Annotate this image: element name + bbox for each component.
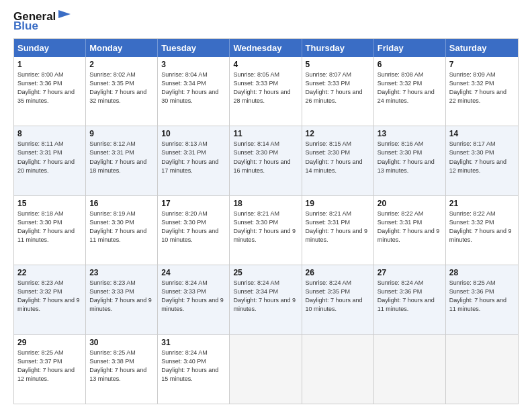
page: General Blue SundayMondayTuesdayWednesda…: [0, 0, 532, 411]
header: General Blue: [13, 10, 519, 33]
calendar-header-cell: Tuesday: [158, 39, 230, 57]
calendar-cell: 18Sunrise: 8:21 AMSunset: 3:30 PMDayligh…: [230, 196, 302, 265]
day-number: 9: [89, 129, 154, 138]
calendar-header-cell: Sunday: [14, 39, 86, 57]
calendar-cell: 11Sunrise: 8:14 AMSunset: 3:30 PMDayligh…: [230, 126, 302, 195]
calendar-cell: 28Sunrise: 8:25 AMSunset: 3:36 PMDayligh…: [446, 265, 518, 334]
day-number: 11: [233, 129, 298, 138]
day-number: 7: [449, 60, 515, 69]
calendar-header-cell: Saturday: [446, 39, 518, 57]
cell-info: Sunrise: 8:16 AMSunset: 3:30 PMDaylight:…: [378, 140, 442, 175]
cell-info: Sunrise: 8:11 AMSunset: 3:31 PMDaylight:…: [17, 140, 82, 175]
cell-info: Sunrise: 8:14 AMSunset: 3:30 PMDaylight:…: [233, 140, 298, 175]
cell-info: Sunrise: 8:24 AMSunset: 3:34 PMDaylight:…: [233, 279, 298, 314]
logo-blue-text: Blue: [13, 19, 38, 33]
cell-info: Sunrise: 8:22 AMSunset: 3:32 PMDaylight:…: [449, 210, 515, 244]
calendar-row: 29Sunrise: 8:25 AMSunset: 3:37 PMDayligh…: [14, 334, 518, 404]
calendar-cell: 4Sunrise: 8:05 AMSunset: 3:33 PMDaylight…: [230, 57, 302, 126]
cell-info: Sunrise: 8:09 AMSunset: 3:32 PMDaylight:…: [449, 71, 515, 105]
calendar-cell: 3Sunrise: 8:04 AMSunset: 3:34 PMDaylight…: [158, 57, 230, 126]
day-number: 19: [306, 199, 370, 208]
cell-info: Sunrise: 8:08 AMSunset: 3:32 PMDaylight:…: [378, 71, 442, 105]
calendar-cell-empty: [374, 335, 446, 404]
day-number: 21: [449, 199, 515, 208]
day-number: 17: [161, 199, 226, 208]
calendar-cell: 30Sunrise: 8:25 AMSunset: 3:38 PMDayligh…: [86, 335, 158, 404]
cell-info: Sunrise: 8:07 AMSunset: 3:33 PMDaylight:…: [306, 71, 370, 105]
cell-info: Sunrise: 8:24 AMSunset: 3:33 PMDaylight:…: [161, 279, 226, 314]
cell-info: Sunrise: 8:23 AMSunset: 3:32 PMDaylight:…: [17, 279, 82, 314]
day-number: 30: [89, 338, 154, 347]
cell-info: Sunrise: 8:21 AMSunset: 3:30 PMDaylight:…: [233, 210, 298, 244]
day-number: 1: [17, 60, 82, 69]
day-number: 31: [161, 338, 226, 347]
day-number: 4: [233, 60, 298, 69]
cell-info: Sunrise: 8:25 AMSunset: 3:36 PMDaylight:…: [449, 279, 515, 314]
cell-info: Sunrise: 8:25 AMSunset: 3:37 PMDaylight:…: [17, 349, 82, 383]
day-number: 3: [161, 60, 226, 69]
calendar-cell-empty: [446, 335, 518, 404]
calendar-cell: 24Sunrise: 8:24 AMSunset: 3:33 PMDayligh…: [158, 265, 230, 334]
calendar-cell: 2Sunrise: 8:02 AMSunset: 3:35 PMDaylight…: [86, 57, 158, 126]
calendar-header-cell: Thursday: [302, 39, 374, 57]
day-number: 10: [161, 129, 226, 138]
calendar-cell: 14Sunrise: 8:17 AMSunset: 3:30 PMDayligh…: [446, 126, 518, 195]
calendar-cell: 31Sunrise: 8:24 AMSunset: 3:40 PMDayligh…: [158, 335, 230, 404]
day-number: 28: [449, 268, 515, 277]
cell-info: Sunrise: 8:05 AMSunset: 3:33 PMDaylight:…: [233, 71, 298, 105]
cell-info: Sunrise: 8:15 AMSunset: 3:30 PMDaylight:…: [306, 140, 370, 175]
calendar-cell: 13Sunrise: 8:16 AMSunset: 3:30 PMDayligh…: [374, 126, 446, 195]
calendar-cell: 9Sunrise: 8:12 AMSunset: 3:31 PMDaylight…: [86, 126, 158, 195]
cell-info: Sunrise: 8:17 AMSunset: 3:30 PMDaylight:…: [449, 140, 515, 175]
calendar-row: 8Sunrise: 8:11 AMSunset: 3:31 PMDaylight…: [14, 126, 518, 195]
calendar-cell: 5Sunrise: 8:07 AMSunset: 3:33 PMDaylight…: [302, 57, 374, 126]
cell-info: Sunrise: 8:24 AMSunset: 3:36 PMDaylight:…: [378, 279, 442, 314]
cell-info: Sunrise: 8:13 AMSunset: 3:31 PMDaylight:…: [161, 140, 226, 175]
calendar-cell: 6Sunrise: 8:08 AMSunset: 3:32 PMDaylight…: [374, 57, 446, 126]
day-number: 29: [17, 338, 82, 347]
day-number: 12: [306, 129, 370, 138]
calendar-cell: 8Sunrise: 8:11 AMSunset: 3:31 PMDaylight…: [14, 126, 86, 195]
day-number: 25: [233, 268, 298, 277]
calendar-cell: 17Sunrise: 8:20 AMSunset: 3:30 PMDayligh…: [158, 196, 230, 265]
calendar-cell: 12Sunrise: 8:15 AMSunset: 3:30 PMDayligh…: [302, 126, 374, 195]
day-number: 6: [378, 60, 442, 69]
cell-info: Sunrise: 8:21 AMSunset: 3:31 PMDaylight:…: [306, 210, 370, 244]
day-number: 14: [449, 129, 515, 138]
calendar-row: 15Sunrise: 8:18 AMSunset: 3:30 PMDayligh…: [14, 195, 518, 265]
calendar-cell: 23Sunrise: 8:23 AMSunset: 3:33 PMDayligh…: [86, 265, 158, 334]
calendar-header: SundayMondayTuesdayWednesdayThursdayFrid…: [14, 39, 518, 57]
calendar-cell: 21Sunrise: 8:22 AMSunset: 3:32 PMDayligh…: [446, 196, 518, 265]
cell-info: Sunrise: 8:02 AMSunset: 3:35 PMDaylight:…: [89, 71, 154, 105]
calendar-header-cell: Monday: [86, 39, 158, 57]
cell-info: Sunrise: 8:00 AMSunset: 3:36 PMDaylight:…: [17, 71, 82, 105]
calendar-row: 22Sunrise: 8:23 AMSunset: 3:32 PMDayligh…: [14, 265, 518, 334]
day-number: 22: [17, 268, 82, 277]
calendar-body: 1Sunrise: 8:00 AMSunset: 3:36 PMDaylight…: [14, 57, 518, 404]
cell-info: Sunrise: 8:18 AMSunset: 3:30 PMDaylight:…: [17, 210, 82, 244]
day-number: 23: [89, 268, 154, 277]
cell-info: Sunrise: 8:04 AMSunset: 3:34 PMDaylight:…: [161, 71, 226, 105]
calendar-cell: 19Sunrise: 8:21 AMSunset: 3:31 PMDayligh…: [302, 196, 374, 265]
calendar-header-cell: Wednesday: [230, 39, 302, 57]
cell-info: Sunrise: 8:19 AMSunset: 3:30 PMDaylight:…: [89, 210, 154, 244]
day-number: 20: [378, 199, 442, 208]
calendar-cell-empty: [302, 335, 374, 404]
calendar-cell: 27Sunrise: 8:24 AMSunset: 3:36 PMDayligh…: [374, 265, 446, 334]
calendar-row: 1Sunrise: 8:00 AMSunset: 3:36 PMDaylight…: [14, 57, 518, 126]
calendar-cell: 7Sunrise: 8:09 AMSunset: 3:32 PMDaylight…: [446, 57, 518, 126]
calendar: SundayMondayTuesdayWednesdayThursdayFrid…: [13, 38, 519, 404]
calendar-cell: 16Sunrise: 8:19 AMSunset: 3:30 PMDayligh…: [86, 196, 158, 265]
calendar-cell: 26Sunrise: 8:24 AMSunset: 3:35 PMDayligh…: [302, 265, 374, 334]
day-number: 2: [89, 60, 154, 69]
cell-info: Sunrise: 8:12 AMSunset: 3:31 PMDaylight:…: [89, 140, 154, 175]
day-number: 8: [17, 129, 82, 138]
cell-info: Sunrise: 8:25 AMSunset: 3:38 PMDaylight:…: [89, 349, 154, 383]
calendar-cell: 10Sunrise: 8:13 AMSunset: 3:31 PMDayligh…: [158, 126, 230, 195]
calendar-header-cell: Friday: [374, 39, 446, 57]
logo-flag-icon: [57, 9, 72, 22]
day-number: 13: [378, 129, 442, 138]
cell-info: Sunrise: 8:24 AMSunset: 3:35 PMDaylight:…: [306, 279, 370, 314]
day-number: 5: [306, 60, 370, 69]
calendar-cell: 1Sunrise: 8:00 AMSunset: 3:36 PMDaylight…: [14, 57, 86, 126]
